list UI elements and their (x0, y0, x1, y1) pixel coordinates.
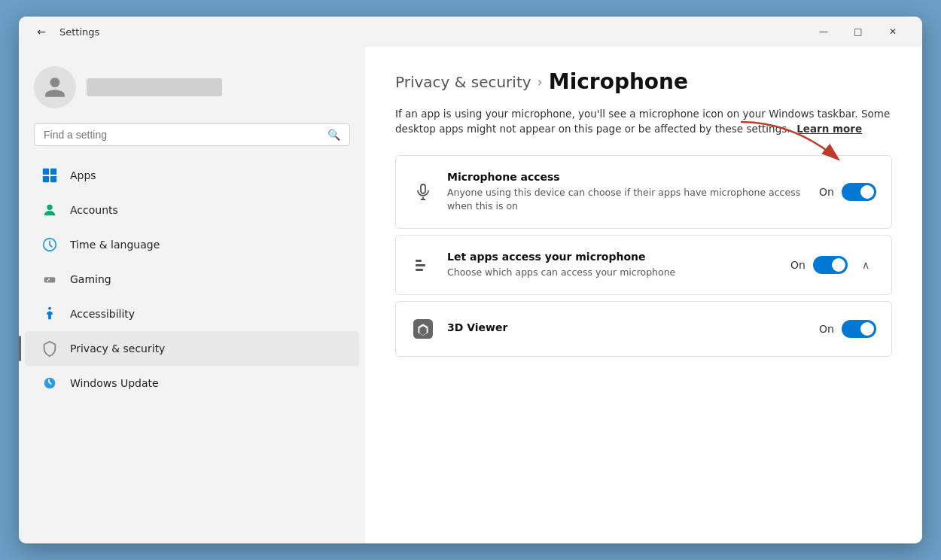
sidebar-item-label: Windows Update (70, 377, 159, 389)
mic-access-desc: Anyone using this device can choose if t… (447, 186, 807, 213)
sidebar-item-update[interactable]: Windows Update (25, 366, 359, 400)
svg-rect-8 (421, 184, 425, 193)
sidebar: 🔍 Apps Accounts Time & language Gaming A… (19, 47, 365, 543)
svg-rect-2 (43, 176, 49, 182)
settings-list: Microphone access Anyone using this devi… (395, 155, 892, 357)
settings-row-3d-viewer: 3D Viewer On (396, 302, 891, 356)
mic-access-title: Microphone access (447, 171, 807, 183)
minimize-button[interactable]: — (806, 20, 841, 44)
search-input[interactable] (44, 129, 321, 141)
sidebar-item-apps[interactable]: Apps (25, 158, 359, 193)
sidebar-item-gaming[interactable]: Gaming (25, 262, 359, 297)
let-apps-title: Let apps access your microphone (447, 251, 778, 263)
sidebar-item-label: Accessibility (70, 308, 135, 320)
sidebar-item-label: Time & language (70, 239, 160, 251)
mic-access-icon (411, 180, 435, 204)
svg-rect-9 (416, 260, 422, 262)
svg-rect-3 (50, 176, 56, 182)
3d-viewer-title: 3D Viewer (447, 321, 807, 333)
svg-point-6 (48, 307, 51, 310)
svg-rect-0 (43, 169, 49, 175)
person-icon (43, 75, 67, 99)
3d-viewer-control: On (819, 320, 876, 338)
username-placeholder (87, 78, 222, 96)
settings-card-3d-viewer: 3D Viewer On (395, 301, 892, 357)
let-apps-on-label: On (790, 259, 805, 271)
breadcrumb-current: Microphone (549, 69, 688, 94)
breadcrumb-separator: › (537, 74, 543, 90)
gaming-icon (40, 269, 59, 289)
let-apps-expand[interactable]: ∧ (855, 254, 876, 275)
mic-access-toggle[interactable] (842, 183, 876, 201)
back-button[interactable]: ← (31, 21, 52, 42)
user-section (19, 54, 365, 123)
mic-access-control: On (819, 183, 876, 201)
page-description: If an app is using your microphone, you'… (395, 106, 892, 137)
settings-row-mic-access: Microphone access Anyone using this devi… (396, 156, 891, 228)
titlebar-title: Settings (59, 26, 99, 38)
svg-rect-10 (416, 264, 425, 266)
main-content: Privacy & security › Microphone If an ap… (365, 47, 922, 543)
breadcrumb: Privacy & security › Microphone (395, 69, 892, 94)
let-apps-text: Let apps access your microphone Choose w… (447, 251, 778, 279)
mic-access-on-label: On (819, 186, 834, 198)
time-icon (40, 235, 59, 254)
let-apps-toggle[interactable] (813, 256, 848, 274)
svg-point-4 (47, 205, 52, 210)
accounts-icon (40, 200, 59, 220)
settings-window: ← Settings — □ ✕ (19, 17, 922, 543)
nav-list: Apps Accounts Time & language Gaming Acc… (19, 158, 365, 400)
3d-viewer-text: 3D Viewer (447, 321, 807, 336)
sidebar-item-accounts[interactable]: Accounts (25, 193, 359, 227)
mic-access-text: Microphone access Anyone using this devi… (447, 171, 807, 213)
svg-rect-12 (413, 319, 433, 339)
sidebar-item-time[interactable]: Time & language (25, 227, 359, 262)
learn-more-link[interactable]: Learn more (796, 123, 862, 135)
window-controls: — □ ✕ (806, 20, 910, 44)
let-apps-icon (411, 253, 435, 277)
3d-viewer-on-label: On (819, 323, 834, 335)
sidebar-item-label: Apps (70, 169, 96, 181)
3d-viewer-icon (411, 317, 435, 341)
sidebar-item-accessibility[interactable]: Accessibility (25, 297, 359, 331)
apps-icon (40, 166, 59, 185)
sidebar-item-privacy[interactable]: Privacy & security (25, 331, 359, 366)
sidebar-item-label: Gaming (70, 273, 111, 285)
settings-row-let-apps: Let apps access your microphone Choose w… (396, 236, 891, 294)
avatar (34, 66, 76, 108)
sidebar-item-label: Privacy & security (70, 342, 165, 355)
svg-rect-1 (50, 169, 56, 175)
search-icon: 🔍 (327, 129, 340, 141)
close-button[interactable]: ✕ (876, 20, 910, 44)
settings-card-let-apps: Let apps access your microphone Choose w… (395, 235, 892, 295)
privacy-icon (40, 339, 59, 358)
let-apps-desc: Choose which apps can access your microp… (447, 266, 778, 279)
breadcrumb-parent[interactable]: Privacy & security (395, 73, 531, 91)
settings-card-mic-access: Microphone access Anyone using this devi… (395, 155, 892, 229)
accessibility-icon (40, 304, 59, 324)
svg-rect-11 (416, 269, 423, 271)
search-box[interactable]: 🔍 (34, 123, 350, 146)
3d-viewer-toggle[interactable] (842, 320, 876, 338)
content-area: 🔍 Apps Accounts Time & language Gaming A… (19, 47, 922, 543)
update-icon (40, 373, 59, 393)
titlebar: ← Settings — □ ✕ (19, 17, 922, 47)
sidebar-item-label: Accounts (70, 204, 118, 216)
let-apps-control: On ∧ (790, 254, 876, 275)
maximize-button[interactable]: □ (841, 20, 876, 44)
